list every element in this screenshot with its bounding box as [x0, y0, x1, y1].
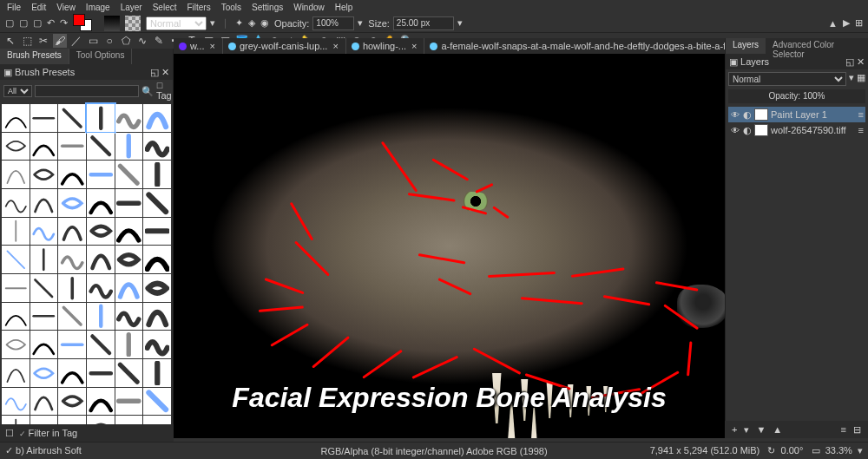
menu-settings[interactable]: Settings [252, 3, 283, 12]
brush-preset[interactable] [87, 359, 115, 387]
brush-preset[interactable] [58, 189, 86, 217]
brush-preset[interactable] [30, 274, 58, 302]
document-tab[interactable]: howling-...× [346, 38, 425, 54]
document-tab[interactable]: w...× [174, 38, 223, 54]
visibility-icon[interactable]: 👁 [730, 125, 740, 135]
brush-preset[interactable] [87, 274, 115, 302]
move-up-icon[interactable]: ▲ [773, 424, 782, 435]
close-icon[interactable]: × [410, 41, 418, 51]
brush-preset[interactable] [2, 331, 30, 358]
layer-props-icon[interactable]: ≡ [841, 424, 846, 435]
brush-preset[interactable] [115, 331, 143, 358]
delete-layer-icon[interactable]: ⊟ [853, 424, 861, 436]
brush-preset[interactable] [2, 303, 30, 331]
tab-tool-options[interactable]: Tool Options [69, 49, 133, 64]
close-icon[interactable]: ✕ [857, 56, 865, 67]
canvas-area[interactable]: Facial Expression Bone Analysis [174, 54, 725, 438]
brush-preset[interactable] [2, 246, 30, 273]
chevron-down-icon[interactable]: ▾ [210, 17, 215, 29]
brush-preset[interactable] [87, 104, 115, 132]
float-icon[interactable]: ◱ [150, 67, 159, 77]
preset-category-select[interactable]: All [3, 85, 32, 97]
layer-row[interactable]: 👁◐Paint Layer 1≡ [728, 107, 865, 122]
menu-select[interactable]: Select [153, 3, 177, 12]
fg-bg-color[interactable] [73, 14, 99, 33]
line-tool-icon[interactable]: ／ [69, 34, 83, 48]
size-input[interactable] [393, 16, 454, 30]
brush-preset[interactable] [143, 388, 171, 416]
brush-preset[interactable] [115, 189, 143, 217]
brush-preset[interactable] [143, 359, 171, 387]
undo-icon[interactable]: ↶ [47, 17, 55, 29]
mirror-v-icon[interactable]: ▶ [843, 17, 850, 29]
filter-in-tag-checkbox[interactable]: ✓ Filter in Tag [19, 428, 77, 438]
visibility-icon[interactable]: 👁 [730, 109, 740, 120]
brush-preset[interactable] [115, 104, 143, 132]
brush-preset[interactable] [30, 246, 58, 273]
zoom-dropdown-icon[interactable]: ▾ [858, 445, 863, 456]
crop-tool-icon[interactable]: ✂ [36, 34, 50, 48]
layer-row[interactable]: 👁◐wolf-26547590.tiff≡ [728, 122, 865, 138]
move-down-icon[interactable]: ▼ [756, 424, 766, 435]
brush-preset[interactable] [87, 189, 115, 217]
search-icon[interactable]: 🔍 [141, 86, 154, 97]
brush-preset[interactable] [2, 388, 30, 416]
pattern-swatch[interactable] [125, 16, 141, 31]
brush-preset[interactable] [30, 331, 58, 358]
opacity-input[interactable] [312, 16, 354, 30]
brush-preset[interactable] [143, 274, 171, 302]
menu-layer[interactable]: Layer [121, 3, 142, 12]
blend-mode-select[interactable]: Normal [146, 16, 207, 30]
layer-menu-icon[interactable]: ≡ [858, 125, 864, 135]
tag-checkbox[interactable]: ☐ Tag [156, 82, 172, 101]
brush-preset[interactable] [143, 161, 171, 188]
brush-preset[interactable] [2, 274, 30, 302]
brush-preset[interactable] [30, 133, 58, 161]
brush-preset[interactable] [115, 161, 143, 188]
view-mode-icon[interactable]: ☐ [5, 428, 14, 439]
brush-preset[interactable] [87, 246, 115, 273]
chevron-down-icon[interactable]: ▾ [358, 17, 363, 29]
tool-icon[interactable]: ◈ [248, 17, 255, 29]
brush-preset[interactable] [87, 388, 115, 416]
brush-tool-icon[interactable]: 🖌 [53, 34, 67, 48]
layer-menu-icon[interactable]: ≡ [858, 109, 864, 120]
menu-help[interactable]: Help [335, 3, 353, 12]
brush-preset[interactable] [115, 246, 143, 273]
document-tab[interactable]: grey-wolf-canis-lup...× [223, 38, 346, 54]
tab-brush-presets[interactable]: Brush Presets [0, 49, 69, 64]
ellipse-tool-icon[interactable]: ○ [102, 34, 116, 48]
menu-filters[interactable]: Filters [187, 3, 210, 12]
brush-preset[interactable] [58, 359, 86, 387]
brush-preset[interactable] [58, 218, 86, 246]
close-icon[interactable]: × [208, 41, 217, 51]
layer-opacity-slider[interactable]: Opacity: 100% [728, 89, 865, 103]
move-tool-icon[interactable]: ↖ [3, 34, 17, 48]
brush-preset[interactable] [30, 161, 58, 188]
brush-preset[interactable] [58, 161, 86, 188]
brush-preset[interactable] [143, 189, 171, 217]
brush-preset[interactable] [58, 388, 86, 416]
add-layer-icon[interactable]: + [732, 424, 737, 435]
brush-preset[interactable] [30, 303, 58, 331]
wrap-icon[interactable]: ⊞ [855, 17, 863, 29]
layer-alpha-icon[interactable]: ◐ [743, 125, 752, 136]
brush-preset[interactable] [30, 104, 58, 132]
brush-preset[interactable] [143, 246, 171, 273]
menu-edit[interactable]: Edit [31, 3, 46, 12]
brush-preset[interactable] [58, 133, 86, 161]
brush-preset[interactable] [30, 189, 58, 217]
brush-preset[interactable] [143, 331, 171, 358]
tool-icon[interactable]: ◉ [260, 17, 269, 29]
open-icon[interactable]: ▢ [19, 17, 28, 29]
menu-image[interactable]: Image [86, 3, 110, 12]
menu-window[interactable]: Window [293, 3, 325, 12]
document-tab[interactable]: a-female-wolf-snaps-at-a-male-wolf-and-h… [424, 38, 725, 54]
brush-preset[interactable] [2, 161, 30, 188]
mirror-h-icon[interactable]: ▲ [828, 18, 838, 29]
brush-preset[interactable] [58, 104, 86, 132]
brush-preset[interactable] [143, 104, 171, 132]
dup-layer-icon[interactable]: ▾ [744, 424, 749, 436]
brush-preset[interactable] [87, 133, 115, 161]
brush-preset[interactable] [2, 359, 30, 387]
